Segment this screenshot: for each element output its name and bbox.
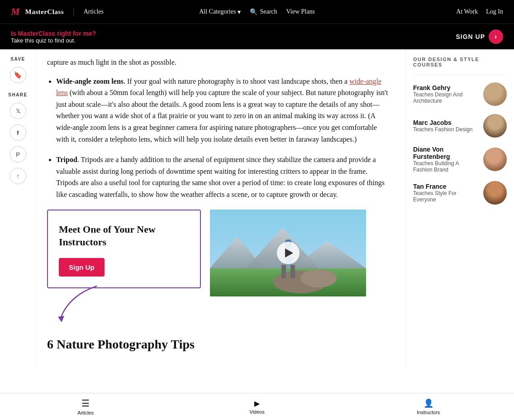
course-item-diane[interactable]: Diane Von Furstenberg Teaches Building A… bbox=[413, 146, 507, 173]
cta-row: Meet One of Your New Instructors Sign Up bbox=[47, 210, 391, 296]
list-item: Wide-angle zoom lens. If your goal with … bbox=[56, 76, 391, 145]
share-more-button[interactable]: ↑ bbox=[10, 168, 26, 184]
course-info-frank: Frank Gehry Teaches Design And Architect… bbox=[413, 84, 479, 104]
course-name-tan: Tan France bbox=[413, 183, 479, 190]
nav-articles: Articles bbox=[84, 8, 104, 15]
promo-text: Is MasterClass right for me? Take this q… bbox=[11, 30, 96, 44]
logo-m: M bbox=[11, 6, 20, 18]
course-name-diane: Diane Von Furstenberg bbox=[413, 146, 479, 160]
at-work-link[interactable]: At Work bbox=[456, 8, 478, 15]
sidebar-section-title: OUR DESIGN & STYLE COURSES bbox=[413, 57, 507, 67]
cta-signup-button[interactable]: Sign Up bbox=[59, 258, 105, 277]
pinterest-share-button[interactable]: P bbox=[10, 146, 26, 162]
logo-brand: MasterClass bbox=[25, 8, 64, 16]
article-intro-text: capture as much light in the shot as pos… bbox=[47, 57, 391, 68]
arrow-right-icon: › bbox=[495, 33, 497, 41]
cta-box: Meet One of Your New Instructors Sign Up bbox=[47, 210, 201, 288]
article-content: capture as much light in the shot as pos… bbox=[36, 49, 405, 366]
nav-divider: | bbox=[73, 7, 75, 17]
course-name-frank: Frank Gehry bbox=[413, 84, 479, 91]
list-item: Tripod. Tripods are a handy addition to … bbox=[56, 154, 391, 200]
share-label: SHARE bbox=[8, 92, 28, 97]
promo-subtext: Take this quiz to find out. bbox=[11, 37, 96, 44]
main-layout: SAVE 🔖 SHARE 𝕏 f P ↑ capture as much lig… bbox=[0, 49, 514, 366]
cta-video[interactable] bbox=[210, 210, 366, 296]
promo-bar: Is MasterClass right for me? Take this q… bbox=[0, 24, 514, 49]
sidebar-divider bbox=[413, 75, 507, 75]
course-thumb-frank bbox=[483, 82, 507, 106]
cta-title: Meet One of Your New Instructors bbox=[59, 223, 189, 249]
search-icon: 🔍 bbox=[250, 8, 257, 16]
signup-arrow-btn[interactable]: › bbox=[489, 29, 503, 44]
share-icon: ↑ bbox=[16, 172, 19, 180]
svg-rect-10 bbox=[281, 265, 286, 278]
article-list: Wide-angle zoom lens. If your goal with … bbox=[47, 76, 391, 200]
facebook-share-button[interactable]: f bbox=[10, 124, 26, 141]
course-item-tan[interactable]: Tan France Teaches Style For Everyone bbox=[413, 181, 507, 205]
svg-point-7 bbox=[300, 269, 337, 287]
nav-right: At Work Log In bbox=[456, 8, 503, 15]
facebook-icon: f bbox=[17, 129, 19, 136]
course-info-marc: Marc Jacobs Teaches Fashion Design bbox=[413, 119, 479, 133]
signup-button[interactable]: SIGN UP › bbox=[456, 29, 503, 44]
chevron-down-icon: ▾ bbox=[238, 8, 241, 16]
bookmark-icon: 🔖 bbox=[14, 71, 22, 79]
pinterest-icon: P bbox=[16, 151, 20, 158]
course-name-marc: Marc Jacobs bbox=[413, 119, 479, 126]
svg-marker-0 bbox=[58, 316, 64, 322]
video-thumbnail bbox=[210, 210, 366, 296]
course-thumb-tan bbox=[483, 181, 507, 205]
svg-rect-11 bbox=[290, 265, 295, 278]
view-plans-link[interactable]: View Plans bbox=[286, 8, 315, 15]
course-desc-frank: Teaches Design And Architecture bbox=[413, 91, 479, 104]
section-heading: 6 Nature Photography Tips bbox=[47, 337, 391, 352]
play-triangle-icon bbox=[285, 248, 293, 258]
all-categories-button[interactable]: All Categories ▾ bbox=[199, 8, 241, 16]
course-thumb-diane bbox=[483, 148, 507, 171]
top-navigation: M MasterClass | Articles All Categories … bbox=[0, 0, 514, 24]
arrow-annotation bbox=[52, 282, 110, 327]
play-button[interactable] bbox=[277, 242, 300, 264]
search-button[interactable]: 🔍 Search bbox=[250, 8, 277, 16]
course-desc-tan: Teaches Style For Everyone bbox=[413, 190, 479, 203]
twitter-icon: 𝕏 bbox=[16, 108, 20, 115]
item-title-wideangle: Wide-angle zoom lens bbox=[56, 77, 124, 85]
logo-link[interactable]: M MasterClass | Articles bbox=[11, 6, 104, 18]
nav-center: All Categories ▾ 🔍 Search View Plans bbox=[199, 8, 315, 16]
promo-question: Is MasterClass right for me? bbox=[11, 30, 96, 37]
item-title-tripod: Tripod bbox=[56, 156, 77, 163]
course-item-frank[interactable]: Frank Gehry Teaches Design And Architect… bbox=[413, 82, 507, 106]
course-item-marc[interactable]: Marc Jacobs Teaches Fashion Design bbox=[413, 114, 507, 138]
twitter-share-button[interactable]: 𝕏 bbox=[10, 103, 26, 119]
course-info-diane: Diane Von Furstenberg Teaches Building A… bbox=[413, 146, 479, 173]
course-desc-diane: Teaches Building A Fashion Brand bbox=[413, 160, 479, 173]
right-sidebar: OUR DESIGN & STYLE COURSES Frank Gehry T… bbox=[405, 49, 514, 366]
course-desc-marc: Teaches Fashion Design bbox=[413, 126, 479, 133]
save-label: SAVE bbox=[10, 57, 25, 62]
left-sidebar: SAVE 🔖 SHARE 𝕏 f P ↑ bbox=[0, 49, 36, 366]
course-info-tan: Tan France Teaches Style For Everyone bbox=[413, 183, 479, 203]
course-thumb-marc bbox=[483, 114, 507, 138]
log-in-link[interactable]: Log In bbox=[486, 8, 503, 15]
bookmark-button[interactable]: 🔖 bbox=[10, 67, 26, 83]
